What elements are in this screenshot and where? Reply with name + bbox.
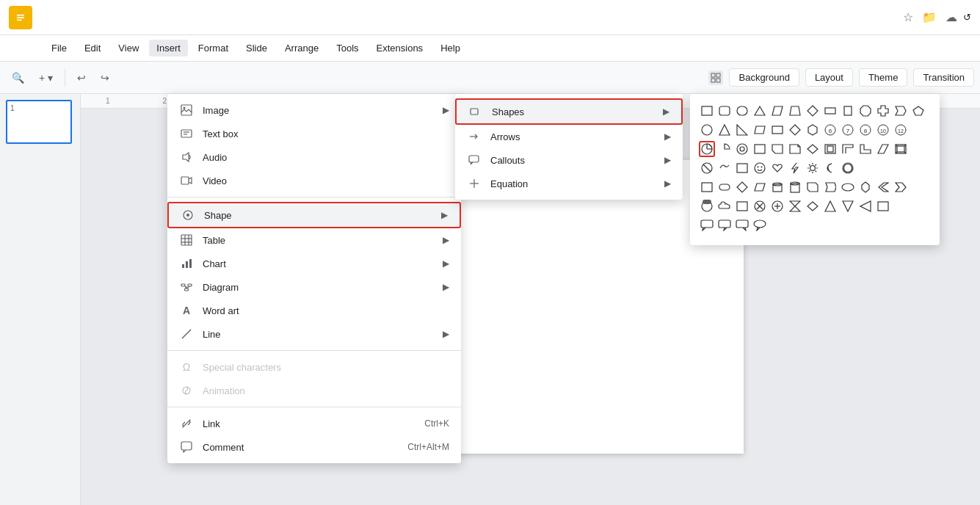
menu-tools[interactable]: Tools — [329, 40, 366, 57]
shape-diagonal-rect[interactable] — [805, 141, 821, 157]
shape-hex[interactable] — [805, 122, 821, 138]
shape-parallelogram[interactable] — [769, 103, 785, 119]
shape-diamond5[interactable] — [805, 198, 821, 214]
shape-arrow-left[interactable] — [875, 179, 891, 195]
search-btn[interactable]: 🔍 — [6, 69, 30, 87]
shape-diagonal-stripe[interactable] — [875, 141, 891, 157]
theme-btn[interactable]: Theme — [859, 68, 907, 87]
insert-table-btn[interactable] — [708, 70, 723, 85]
shape-callout2[interactable] — [716, 217, 733, 233]
shape-octagon[interactable] — [857, 103, 874, 119]
shape-down-tri[interactable] — [840, 198, 856, 214]
shape-cross[interactable] — [875, 103, 891, 119]
menu-edit[interactable]: Edit — [77, 40, 108, 57]
shape-rect4[interactable] — [752, 141, 768, 157]
shape-lightning[interactable] — [787, 160, 803, 176]
menu-insert[interactable]: Insert — [149, 40, 188, 57]
zoom-btn[interactable]: + ▾ — [33, 69, 59, 87]
shape-snip-rect[interactable] — [805, 179, 821, 195]
shape-trapezoid[interactable] — [787, 103, 803, 119]
shape-parallelogram2[interactable] — [752, 122, 768, 138]
menu-item-textbox[interactable]: Text box — [167, 122, 461, 145]
shape-right-tri[interactable] — [734, 122, 750, 138]
menu-item-animation[interactable]: Animation — [167, 379, 461, 402]
menu-item-image[interactable]: Image ▶ — [167, 98, 461, 122]
shape-num6[interactable]: 6 — [822, 122, 838, 138]
shape-num8[interactable]: 8 — [857, 122, 874, 138]
shape-half-frame[interactable] — [840, 141, 856, 157]
menu-item-special-chars[interactable]: Ω Special characters — [167, 355, 461, 379]
shape-donut[interactable] — [734, 141, 750, 157]
shape-smiley[interactable] — [752, 160, 768, 176]
shape-r1[interactable] — [699, 179, 715, 195]
menu-item-audio[interactable]: Audio — [167, 145, 461, 169]
folder-icon[interactable]: 📁 — [922, 10, 937, 24]
shape-rect3[interactable] — [769, 122, 785, 138]
menu-slide[interactable]: Slide — [239, 40, 275, 57]
shape-up-tri[interactable] — [822, 198, 838, 214]
menu-help[interactable]: Help — [433, 40, 468, 57]
shape-num10[interactable]: 10 — [875, 122, 891, 138]
shape-rect-sm2[interactable] — [840, 103, 856, 119]
menu-item-video[interactable]: Video — [167, 169, 461, 192]
shape-rect5[interactable] — [734, 160, 750, 176]
shape-no[interactable] — [699, 160, 715, 176]
shape-hourglass[interactable] — [787, 198, 803, 214]
shape-parallelogram3[interactable] — [752, 179, 768, 195]
menu-item-line[interactable]: Line ▶ — [167, 322, 461, 346]
shape-triangle[interactable] — [752, 103, 768, 119]
shape-diamond[interactable] — [805, 103, 821, 119]
shape-rect6[interactable] — [734, 198, 750, 214]
shape-cylinder[interactable] — [769, 179, 785, 195]
shape-xmark[interactable] — [752, 198, 768, 214]
menu-item-shape[interactable]: Shape ▶ — [167, 202, 461, 228]
shape-r2[interactable] — [716, 179, 733, 195]
shape-bevel[interactable] — [893, 141, 909, 157]
menu-arrange[interactable]: Arrange — [277, 40, 326, 57]
shape-rounded-rect[interactable] — [716, 103, 733, 119]
submenu-callouts[interactable]: Callouts ▶ — [455, 148, 683, 172]
shape-num7[interactable]: 7 — [840, 122, 856, 138]
layout-btn[interactable]: Layout — [805, 68, 853, 87]
shape-chord[interactable] — [716, 141, 733, 157]
shape-frame[interactable] — [822, 141, 838, 157]
history-icon[interactable]: ↺ — [963, 12, 971, 23]
menu-item-chart[interactable]: Chart ▶ — [167, 252, 461, 275]
menu-file[interactable]: File — [44, 40, 74, 57]
submenu-equation[interactable]: Equation ▶ — [455, 172, 683, 195]
shape-circle[interactable] — [699, 122, 715, 138]
shape-callout3[interactable] — [734, 217, 750, 233]
cloud-icon[interactable]: ☁ — [945, 10, 957, 24]
shape-oval-callout[interactable] — [752, 217, 768, 233]
menu-item-wordart[interactable]: A Word art — [167, 299, 461, 322]
menu-extensions[interactable]: Extensions — [369, 40, 431, 57]
shape-plus[interactable] — [769, 198, 785, 214]
shape-oval[interactable] — [840, 179, 856, 195]
transition-btn[interactable]: Transition — [913, 68, 974, 87]
shape-flower[interactable] — [840, 160, 856, 176]
shape-curved[interactable] — [716, 160, 733, 176]
shape-callout1[interactable] — [699, 217, 715, 233]
star-icon[interactable]: ☆ — [903, 10, 913, 24]
shape-diamond2[interactable] — [787, 122, 803, 138]
shape-rect[interactable] — [699, 103, 715, 119]
shape-folded[interactable] — [787, 141, 803, 157]
shape-pentagon[interactable] — [910, 103, 926, 119]
shape-chevron[interactable] — [893, 103, 909, 119]
shape-can[interactable] — [787, 179, 803, 195]
submenu-shapes[interactable]: Shapes ▶ — [455, 98, 683, 125]
undo-btn[interactable]: ↩ — [71, 69, 92, 87]
shape-pie[interactable] — [699, 141, 715, 157]
menu-item-link[interactable]: Link Ctrl+K — [167, 412, 461, 435]
shape-rect-sm[interactable] — [822, 103, 838, 119]
shape-diamond4[interactable] — [857, 179, 874, 195]
shape-moon[interactable] — [822, 160, 838, 176]
shape-ribbon[interactable] — [822, 179, 838, 195]
shape-num12[interactable]: 12 — [893, 122, 909, 138]
shape-left-tri[interactable] — [857, 198, 874, 214]
menu-view[interactable]: View — [111, 40, 146, 57]
shape-l-shape[interactable] — [857, 141, 874, 157]
shape-heart[interactable] — [769, 160, 785, 176]
submenu-arrows[interactable]: Arrows ▶ — [455, 125, 683, 148]
redo-btn[interactable]: ↪ — [95, 69, 115, 87]
